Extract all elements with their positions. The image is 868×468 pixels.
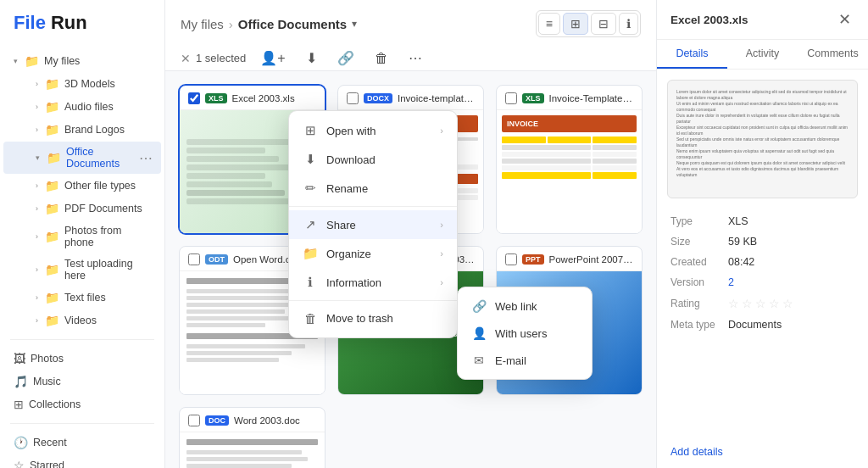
submenu-item-web-link[interactable]: 🔗 Web link: [458, 292, 592, 320]
view-detail-button[interactable]: ⊟: [591, 13, 616, 35]
xls-cell: [502, 145, 591, 150]
context-menu-item-open-with[interactable]: ⊞ Open with ›: [289, 116, 457, 145]
sidebar-item-brand-logos[interactable]: › 📁 Brand Logos: [3, 119, 161, 141]
sidebar-item-office-documents[interactable]: ▾ 📁 Office Documents ⋯: [3, 142, 161, 174]
share-icon: ↗: [303, 217, 318, 232]
context-menu: ⊞ Open with › ⬇ Download ✏ Rename ↗ Shar…: [288, 110, 458, 338]
sidebar-item-label: 3D Models: [64, 78, 153, 90]
sidebar-item-recent[interactable]: 🕐 Recent: [3, 432, 161, 454]
detail-created-value: 08:42: [728, 256, 754, 268]
xls-total-cell: [502, 172, 591, 179]
view-grid-button[interactable]: ⊞: [563, 13, 588, 35]
close-panel-button[interactable]: ✕: [835, 10, 854, 29]
context-menu-item-share[interactable]: ↗ Share › 🔗 Web link 👤 With users ✉ E: [289, 210, 457, 239]
download-button[interactable]: ⬇: [300, 46, 323, 70]
breadcrumb-separator: ›: [229, 17, 233, 31]
folder-icon: 📁: [45, 100, 59, 114]
xls-cell: [593, 159, 637, 164]
preview-line: [186, 457, 308, 461]
file-preview: [180, 432, 325, 468]
file-name: Invoice-Template-top.x...: [549, 93, 633, 103]
add-details-link[interactable]: Add details: [657, 446, 868, 458]
tab-comments[interactable]: Comments: [798, 40, 868, 69]
xls-cell: [593, 145, 637, 150]
sidebar-item-audio-files[interactable]: › 📁 Audio files: [3, 96, 161, 118]
folder-icon: 📁: [45, 230, 59, 243]
chevron-down-icon[interactable]: ▾: [352, 18, 357, 30]
toolbar: ✕ 1 selected 👤+ ⬇ 🔗 🗑 ⋯: [181, 46, 641, 70]
file-checkbox[interactable]: [188, 254, 200, 265]
sidebar-item-music[interactable]: 🎵 Music: [3, 370, 161, 393]
preview-line: [186, 296, 298, 300]
sidebar-item-collections[interactable]: ⊞ Collections: [3, 393, 161, 415]
file-checkbox[interactable]: [505, 92, 517, 104]
context-menu-item-organize[interactable]: 📁 Organize ›: [289, 239, 457, 268]
context-menu-label: Organize: [326, 248, 431, 260]
preview-word-doc-content: [180, 432, 325, 468]
file-card-word-2003[interactable]: DOC Word 2003.doc: [179, 407, 326, 468]
chevron-right-icon: ›: [36, 80, 38, 88]
add-user-button[interactable]: 👤+: [254, 46, 291, 70]
tab-activity[interactable]: Activity: [727, 40, 798, 69]
context-menu-item-download[interactable]: ⬇ Download: [289, 145, 457, 174]
star-5[interactable]: ☆: [782, 297, 793, 310]
star-2[interactable]: ☆: [742, 297, 753, 310]
sidebar-item-photos-from-phone[interactable]: › 📁 Photos from phone: [3, 220, 161, 253]
sidebar-item-label: Photos from phone: [64, 225, 153, 248]
sidebar-item-test-uploading[interactable]: › 📁 Test uploading here: [3, 254, 161, 286]
sidebar-item-pdf-documents[interactable]: › 📁 PDF Documents: [3, 198, 161, 220]
xls-cell: [502, 165, 591, 170]
more-button[interactable]: ⋯: [403, 46, 428, 70]
context-menu-label: Share: [326, 219, 431, 231]
tab-details[interactable]: Details: [657, 40, 727, 69]
star-4[interactable]: ☆: [769, 297, 780, 310]
preview-line: [186, 464, 292, 468]
star-3[interactable]: ☆: [755, 297, 766, 310]
link-icon: 🔗: [471, 299, 487, 313]
context-menu-item-rename[interactable]: ✏ Rename: [289, 174, 457, 203]
deselect-button[interactable]: ✕: [181, 52, 191, 65]
sidebar-item-label: PDF Documents: [64, 203, 153, 214]
preview-line: [186, 344, 305, 348]
file-name: Invoice-template-doc-top.docx: [398, 93, 475, 103]
sidebar-item-other-file-types[interactable]: › 📁 Other file types: [3, 175, 161, 197]
file-type-badge: XLS: [522, 93, 544, 103]
sidebar-item-photos[interactable]: 🖼 Photos: [3, 348, 161, 370]
sidebar-item-my-files[interactable]: ▾ 📁 My files: [3, 50, 161, 72]
rating-stars[interactable]: ☆ ☆ ☆ ☆ ☆: [728, 297, 793, 310]
file-checkbox[interactable]: [505, 254, 517, 265]
more-options-icon[interactable]: ⋯: [139, 150, 153, 166]
file-checkbox[interactable]: [188, 415, 200, 426]
file-type-badge: DOC: [205, 415, 229, 426]
submenu-item-with-users[interactable]: 👤 With users: [458, 320, 592, 347]
xls-row: [502, 136, 637, 143]
sidebar-item-text-files[interactable]: › 📁 Text files: [3, 287, 161, 309]
context-menu-item-move-to-trash[interactable]: 🗑 Move to trash: [289, 304, 457, 332]
detail-row-type: Type XLS: [670, 215, 854, 227]
file-checkbox[interactable]: [188, 92, 200, 104]
view-info-button[interactable]: ℹ: [619, 13, 638, 35]
view-list-button[interactable]: ≡: [538, 13, 560, 35]
sidebar-item-starred[interactable]: ☆ Starred: [3, 454, 161, 468]
preview-line: [186, 148, 265, 153]
divider: [10, 339, 154, 340]
folder-icon: 📁: [45, 314, 59, 327]
sidebar-item-3d-models[interactable]: › 📁 3D Models: [3, 73, 161, 95]
folder-icon: 📁: [45, 123, 59, 136]
file-checkbox[interactable]: [347, 92, 359, 104]
file-card-invoice-xls[interactable]: XLS Invoice-Template-top.x... INVOICE: [496, 85, 643, 234]
file-card-header: DOCX Invoice-template-doc-top.docx: [338, 86, 483, 110]
invoice-xls-body: [502, 136, 637, 179]
link-button[interactable]: 🔗: [331, 46, 360, 70]
breadcrumb-root[interactable]: My files: [181, 17, 224, 31]
delete-button[interactable]: 🗑: [369, 47, 394, 70]
detail-version-value[interactable]: 2: [728, 276, 734, 288]
open-with-icon: ⊞: [303, 123, 318, 138]
sidebar-item-videos[interactable]: › 📁 Videos: [3, 309, 161, 332]
submenu-item-email[interactable]: ✉ E-mail: [458, 347, 592, 374]
star-1[interactable]: ☆: [728, 297, 739, 310]
xls-cell: [502, 152, 591, 157]
preview-line: [186, 450, 302, 454]
context-menu-item-information[interactable]: ℹ Information ›: [289, 268, 457, 297]
detail-type-label: Type: [670, 215, 721, 227]
